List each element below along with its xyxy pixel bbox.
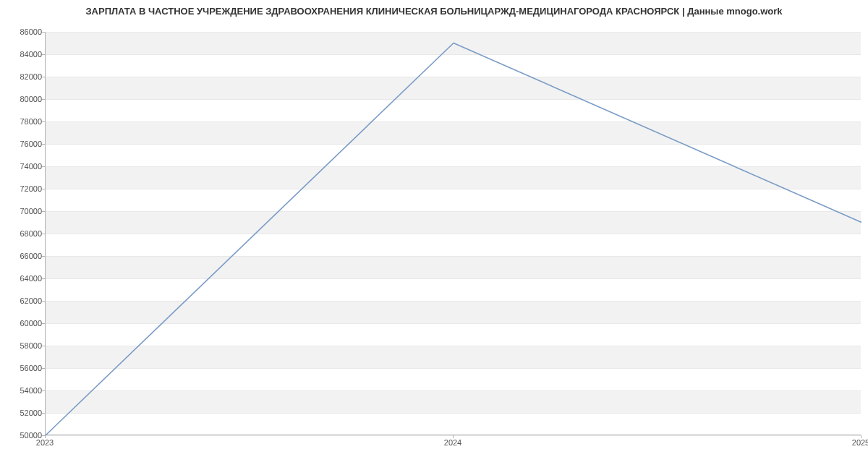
y-tick-label: 82000 [6,72,42,81]
y-tick-mark [42,32,45,33]
x-tick-mark [861,435,861,438]
y-tick-mark [42,144,45,145]
chart-container: ЗАРПЛАТА В ЧАСТНОЕ УЧРЕЖДЕНИЕ ЗДРАВООХРА… [0,0,868,470]
y-tick-label: 68000 [6,229,42,238]
y-tick-label: 62000 [6,296,42,305]
y-tick-label: 64000 [6,274,42,283]
y-tick-mark [42,211,45,212]
y-tick-label: 80000 [6,95,42,103]
y-tick-mark [42,413,45,414]
y-tick-mark [42,390,45,391]
y-tick-mark [42,323,45,324]
y-tick-label: 70000 [6,207,42,215]
y-tick-mark [42,346,45,346]
y-tick-label: 78000 [6,117,42,126]
x-tick-mark [453,435,454,438]
y-tick-mark [42,301,45,302]
x-tick-label: 2023 [36,438,54,447]
y-tick-label: 66000 [6,252,42,260]
y-tick-label: 54000 [6,386,42,395]
y-tick-label: 52000 [6,409,42,417]
y-tick-label: 84000 [6,50,42,59]
y-tick-label: 56000 [6,364,42,372]
y-tick-mark [42,234,45,234]
y-tick-label: 60000 [6,319,42,328]
y-tick-mark [42,77,45,77]
y-tick-mark [42,99,45,100]
plot-area [45,32,861,435]
chart-title: ЗАРПЛАТА В ЧАСТНОЕ УЧРЕЖДЕНИЕ ЗДРАВООХРА… [0,6,868,17]
y-tick-label: 72000 [6,184,42,193]
y-tick-label: 74000 [6,162,42,171]
y-tick-mark [42,121,45,122]
line-layer [46,32,861,435]
y-tick-mark [42,278,45,279]
y-tick-mark [42,166,45,167]
y-tick-label: 58000 [6,341,42,350]
y-tick-mark [42,189,45,189]
x-tick-label: 2025 [852,438,868,447]
y-tick-label: 86000 [6,27,42,36]
x-tick-mark [45,435,46,438]
series-salary-line [46,43,861,436]
y-tick-mark [42,256,45,257]
y-tick-mark [42,54,45,55]
y-tick-mark [42,368,45,369]
x-tick-label: 2024 [444,438,461,447]
y-tick-label: 76000 [6,140,42,148]
